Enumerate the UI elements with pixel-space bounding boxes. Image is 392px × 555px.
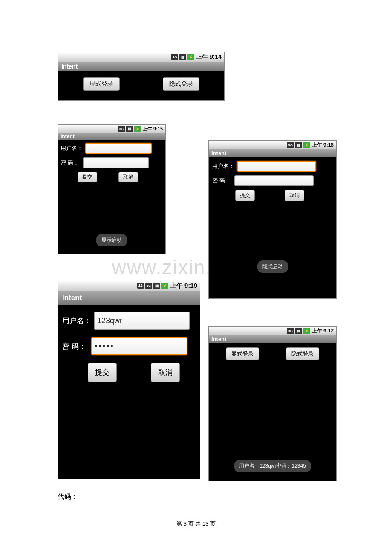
submit-button[interactable]: 提交 [235,190,255,201]
username-label: 用户名： [212,162,234,170]
phone-screenshot-5: 3G ▮▮ ⚡ 上午 9:17 Intent 显式登录 隐式登录 用户名：123… [208,326,337,481]
status-bar: 3G ▮▮ ⚡ 上午 9:17 [209,327,336,335]
toast-message: 隐式启动 [257,260,288,273]
password-label: 密 码： [61,159,80,167]
phone-screenshot-3: 3G ▮▮ ⚡ 上午 9:16 Intent 用户名： 密 码： 提交 取消 隐… [208,140,337,299]
status-bar: 3G ▮▮ ⚡ 上午 9:15 [58,125,165,133]
implicit-login-button[interactable]: 隐式登录 [163,77,199,91]
app-title: Intent [209,335,336,343]
status-time: 上午 9:14 [196,53,222,61]
threeg-icon: 3G [145,283,152,289]
username-input[interactable] [237,161,316,172]
status-time: 上午 9:19 [170,282,197,290]
implicit-login-button[interactable]: 隐式登录 [286,347,319,360]
signal-icon: ▮▮ [295,328,302,334]
username-label: 用户名： [62,316,91,326]
threeg-icon: 3G [118,126,125,132]
status-bar: 3G ▮▮ ⚡ 上午 9:14 [58,52,224,62]
battery-icon: ⚡ [187,54,194,60]
signal-icon: ▮▮ [153,283,160,289]
password-input[interactable]: ••••• [91,337,187,355]
status-icons: 3G ▮▮ ⚡ [118,126,141,132]
signal-icon: ▮▮ [295,142,302,148]
signal-icon: ▮▮ [179,54,186,60]
explicit-login-button[interactable]: 显式登录 [83,77,120,91]
explicit-login-button[interactable]: 显式登录 [226,347,259,360]
phone-screenshot-1: 3G ▮▮ ⚡ 上午 9:14 Intent 显式登录 隐式登录 [58,52,225,101]
status-icons: 12 3G ▮▮ ⚡ [137,283,168,289]
battery-icon: ⚡ [303,142,310,148]
threeg-icon: 3G [287,142,294,148]
toast-message: 用户名：123qwr密码：12345 [234,460,311,472]
submit-button[interactable]: 提交 [78,172,97,182]
app-title: Intent [58,62,224,71]
username-input[interactable]: 123qwr [94,312,190,330]
status-icons: 3G ▮▮ ⚡ [171,54,194,60]
threeg-icon: 3G [287,328,294,334]
phone-screenshot-4: 12 3G ▮▮ ⚡ 上午 9:19 Intent 用户名： 123qwr 密 … [58,280,200,479]
status-time: 上午 9:17 [312,327,334,335]
status-time: 上午 9:16 [312,142,334,149]
threeg-icon: 3G [171,54,178,60]
password-label: 密 码： [62,341,89,351]
cancel-button[interactable]: 取消 [285,190,304,201]
toast-message: 显示启动 [96,234,127,246]
body-text-code: 代码： [58,492,78,501]
cancel-button[interactable]: 取消 [151,363,180,382]
app-title: Intent [209,149,336,157]
status-time: 上午 9:15 [143,126,163,132]
submit-button[interactable]: 提交 [88,363,117,382]
battery-icon: ⚡ [161,283,168,289]
password-input[interactable] [234,175,314,186]
status-bar: 3G ▮▮ ⚡ 上午 9:16 [209,141,336,149]
app-title: Intent [58,291,200,305]
username-label: 用户名： [61,145,83,152]
battery-icon: ⚡ [303,328,310,334]
battery-icon: ⚡ [134,126,141,132]
status-icons: 3G ▮▮ ⚡ [287,142,310,148]
password-input[interactable] [83,157,149,168]
page-footer: 第 3 页 共 13 页 [0,520,392,528]
username-input[interactable] [85,143,152,154]
status-icons: 3G ▮▮ ⚡ [287,328,310,334]
phone-screenshot-2: 3G ▮▮ ⚡ 上午 9:15 Intent 用户名： 密 码： 提交 取消 显… [58,124,166,254]
app-title: Intent [58,133,165,140]
signal-icon: ▮▮ [126,126,133,132]
notification-count: 12 [137,283,144,289]
cancel-button[interactable]: 取消 [118,172,138,182]
password-label: 密 码： [212,177,232,185]
status-bar: 12 3G ▮▮ ⚡ 上午 9:19 [58,280,200,291]
